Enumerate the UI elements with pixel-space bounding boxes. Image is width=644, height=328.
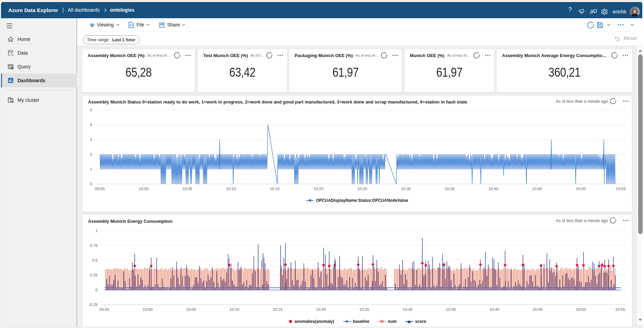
svg-text:10:40: 10:40 — [489, 307, 499, 311]
svg-text:10:45: 10:45 — [533, 307, 543, 311]
svg-text:10:55: 10:55 — [615, 307, 625, 311]
svg-text:10:10: 10:10 — [229, 307, 239, 311]
svg-text:10:35: 10:35 — [445, 187, 455, 191]
svg-text:5: 5 — [90, 108, 92, 112]
svg-text:10:55: 10:55 — [616, 187, 626, 191]
svg-text:-0.25: -0.25 — [89, 303, 98, 307]
svg-text:2: 2 — [90, 152, 92, 156]
svg-text:0.75: 0.75 — [90, 243, 98, 248]
svg-text:10:45: 10:45 — [532, 187, 542, 191]
svg-text:10:20: 10:20 — [314, 187, 324, 191]
svg-text:10:35: 10:35 — [446, 307, 456, 311]
svg-text:4: 4 — [90, 123, 92, 127]
svg-text:0: 0 — [90, 182, 92, 186]
svg-text:10:20: 10:20 — [316, 307, 326, 311]
svg-text:10:15: 10:15 — [273, 307, 283, 311]
svg-text:10:00: 10:00 — [139, 187, 149, 191]
svg-text:10:25: 10:25 — [357, 187, 367, 191]
svg-text:0: 0 — [96, 288, 98, 292]
svg-text:0.5: 0.5 — [92, 258, 98, 262]
svg-text:10:30: 10:30 — [401, 187, 411, 191]
svg-text:10:40: 10:40 — [489, 187, 499, 191]
svg-text:10:10: 10:10 — [226, 187, 236, 191]
svg-text:09:55: 09:55 — [99, 307, 109, 311]
svg-text:10:15: 10:15 — [270, 187, 280, 191]
svg-text:10:30: 10:30 — [403, 307, 413, 311]
svg-text:0.25: 0.25 — [90, 273, 98, 277]
svg-text:10:25: 10:25 — [359, 307, 369, 311]
svg-text:3: 3 — [90, 138, 92, 142]
svg-text:1: 1 — [90, 167, 92, 171]
svg-text:1: 1 — [96, 229, 98, 233]
svg-text:10:50: 10:50 — [576, 187, 586, 191]
svg-text:10:05: 10:05 — [182, 187, 192, 191]
svg-text:10:00: 10:00 — [143, 307, 153, 311]
svg-text:09:55: 09:55 — [95, 187, 105, 191]
svg-text:10:05: 10:05 — [186, 307, 196, 311]
svg-text:10:50: 10:50 — [576, 307, 586, 311]
